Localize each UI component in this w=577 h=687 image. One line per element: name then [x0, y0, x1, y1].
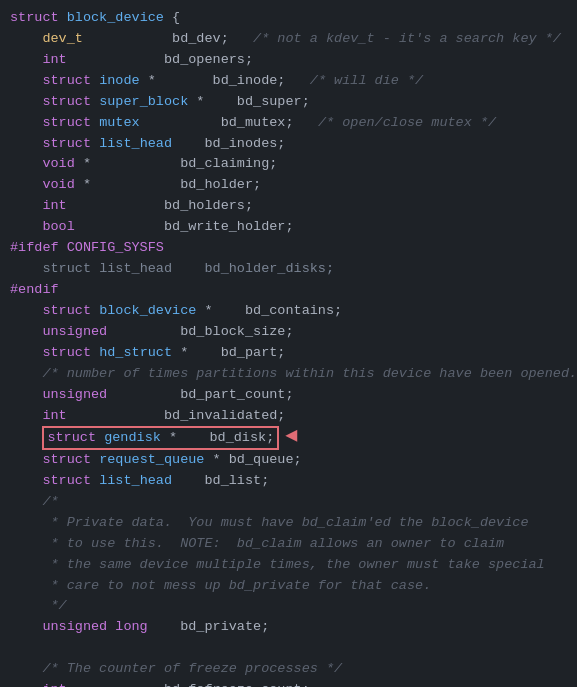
- line-8: void * bd_claiming;: [0, 154, 577, 175]
- line-19: unsigned bd_part_count;: [0, 385, 577, 406]
- line-30: unsigned long bd_private;: [0, 617, 577, 638]
- keyword: struct: [10, 8, 59, 29]
- line-16: unsigned bd_block_size;: [0, 322, 577, 343]
- code-block: struct block_device { dev_t bd_dev; /* n…: [0, 0, 577, 687]
- line-9: void * bd_holder;: [0, 175, 577, 196]
- line-28: * care to not mess up bd_private for tha…: [0, 576, 577, 597]
- line-1: struct block_device {: [0, 8, 577, 29]
- line-27: * the same device multiple times, the ow…: [0, 555, 577, 576]
- line-32: /* The counter of freeze processes */: [0, 659, 577, 680]
- line-6: struct mutex bd_mutex; /* open/close mut…: [0, 113, 577, 134]
- line-4: struct inode * bd_inode; /* will die */: [0, 71, 577, 92]
- line-14: #endif: [0, 280, 577, 301]
- line-13: struct list_head bd_holder_disks;: [0, 259, 577, 280]
- line-23: struct list_head bd_list;: [0, 471, 577, 492]
- line-7: struct list_head bd_inodes;: [0, 134, 577, 155]
- line-26: * to use this. NOTE: bd_claim allows an …: [0, 534, 577, 555]
- line-12: #ifdef CONFIG_SYSFS: [0, 238, 577, 259]
- line-21-highlighted: struct gendisk * bd_disk;◀: [0, 426, 577, 450]
- line-29: */: [0, 596, 577, 617]
- line-11: bool bd_write_holder;: [0, 217, 577, 238]
- highlight-box: struct gendisk * bd_disk;: [42, 426, 279, 450]
- line-31: [0, 638, 577, 659]
- line-18: /* number of times partitions within thi…: [0, 364, 577, 385]
- line-20: int bd_invalidated;: [0, 406, 577, 427]
- line-33: int bd_fsfreeze_count;: [0, 680, 577, 687]
- line-17: struct hd_struct * bd_part;: [0, 343, 577, 364]
- line-10: int bd_holders;: [0, 196, 577, 217]
- line-15: struct block_device * bd_contains;: [0, 301, 577, 322]
- struct-name: block_device: [67, 8, 164, 29]
- line-5: struct super_block * bd_super;: [0, 92, 577, 113]
- line-25: * Private data. You must have bd_claim'e…: [0, 513, 577, 534]
- line-24: /*: [0, 492, 577, 513]
- line-3: int bd_openers;: [0, 50, 577, 71]
- line-22: struct request_queue * bd_queue;: [0, 450, 577, 471]
- line-2: dev_t bd_dev; /* not a kdev_t - it's a s…: [0, 29, 577, 50]
